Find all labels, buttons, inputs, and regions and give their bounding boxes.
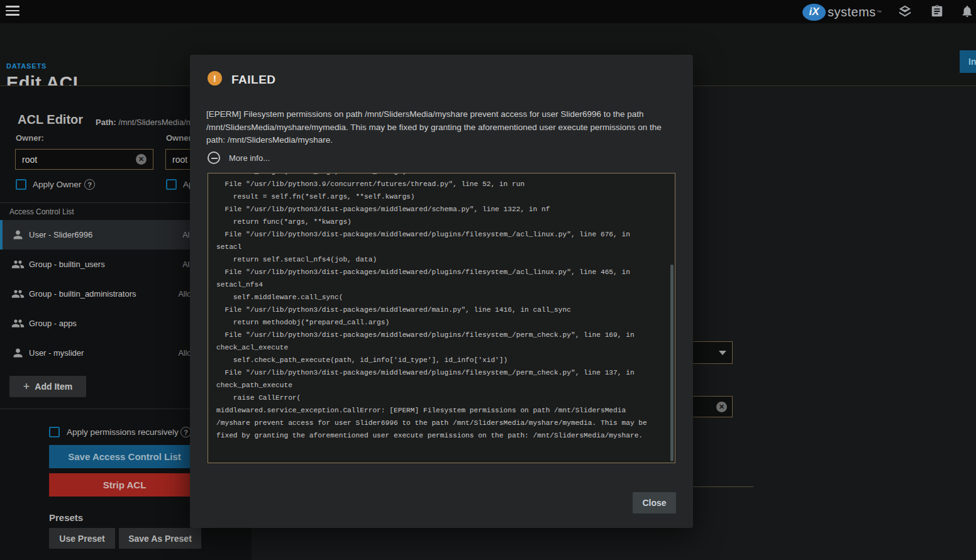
logo-systems-text: systems xyxy=(828,5,876,19)
acl-row-label: Group - apps xyxy=(29,319,77,328)
ix-logo-icon: iX xyxy=(802,4,826,21)
acl-list-label: Access Control List xyxy=(9,207,74,216)
owner-label: Owner: xyxy=(16,133,44,143)
chevron-down-icon xyxy=(719,351,726,355)
error-message: [EPERM] Filesystem permissions on path /… xyxy=(206,108,677,147)
truecommand-icon[interactable] xyxy=(898,4,913,19)
inherit-button[interactable]: In xyxy=(960,50,976,73)
menu-icon[interactable] xyxy=(6,6,19,17)
acl-row-label: User - myslider xyxy=(29,348,84,358)
topbar: iX systems ™ xyxy=(0,0,976,23)
breadcrumb-datasets[interactable]: DATASETS xyxy=(6,62,47,70)
clear-owner-icon[interactable]: ✕ xyxy=(136,154,147,165)
failed-dialog: ! FAILED [EPERM] Filesystem permissions … xyxy=(190,55,693,528)
add-item-button[interactable]: + Add Item xyxy=(9,376,86,397)
save-acl-button[interactable]: Save Access Control List xyxy=(49,445,200,468)
path-label: Path: xyxy=(96,118,116,127)
presets-title: Presets xyxy=(49,512,83,523)
acl-row-label: Group - builtin_administrators xyxy=(29,289,136,299)
collapse-icon xyxy=(208,151,220,164)
user-icon xyxy=(11,228,25,241)
acl-row-label: User - Slider6996 xyxy=(29,230,92,239)
strip-acl-button[interactable]: Strip ACL xyxy=(49,473,200,497)
traceback-box: self._target(*self._args, **self._kwargs… xyxy=(208,173,675,463)
traceback-scrollbar[interactable] xyxy=(670,265,674,461)
recursive-label: Apply permissions recursively xyxy=(67,427,179,437)
owner-input[interactable]: root ✕ xyxy=(15,149,153,170)
group-icon xyxy=(11,317,25,330)
group-icon xyxy=(11,287,25,300)
more-info-label: More info... xyxy=(229,153,270,163)
plus-icon: + xyxy=(23,380,30,393)
apply-group-checkbox[interactable] xyxy=(166,179,177,190)
apply-owner-label: Apply Owner xyxy=(33,180,81,189)
ixsystems-logo: iX systems ™ xyxy=(802,3,882,21)
group-icon xyxy=(11,258,25,271)
traceback-text: self._target(*self._args, **self._kwargs… xyxy=(208,173,675,442)
clear-field-icon[interactable]: ✕ xyxy=(716,402,727,412)
ix-logo-text: iX xyxy=(809,6,819,18)
recursive-checkbox[interactable] xyxy=(49,427,60,437)
add-item-label: Add Item xyxy=(35,382,72,392)
warning-icon: ! xyxy=(208,71,222,85)
jobs-icon[interactable] xyxy=(930,4,945,19)
more-info-toggle[interactable]: More info... xyxy=(208,151,270,164)
logo-trademark: ™ xyxy=(877,9,882,15)
user-icon xyxy=(11,346,25,360)
acl-editor-title: ACL Editor xyxy=(18,113,83,127)
apply-owner-help-icon[interactable]: ? xyxy=(84,179,95,190)
use-preset-button[interactable]: Use Preset xyxy=(49,528,115,549)
acl-row-label: Group - builtin_users xyxy=(29,260,105,269)
truenas-app: iX systems ™ DATASETS Edit ACL In ACL Ed… xyxy=(0,0,976,560)
close-button[interactable]: Close xyxy=(633,492,676,513)
owner-value: root xyxy=(22,155,136,165)
dialog-title: FAILED xyxy=(231,73,276,87)
apply-owner-checkbox[interactable] xyxy=(16,179,26,190)
alerts-icon[interactable] xyxy=(960,4,975,19)
save-as-preset-button[interactable]: Save As Preset xyxy=(119,528,201,549)
